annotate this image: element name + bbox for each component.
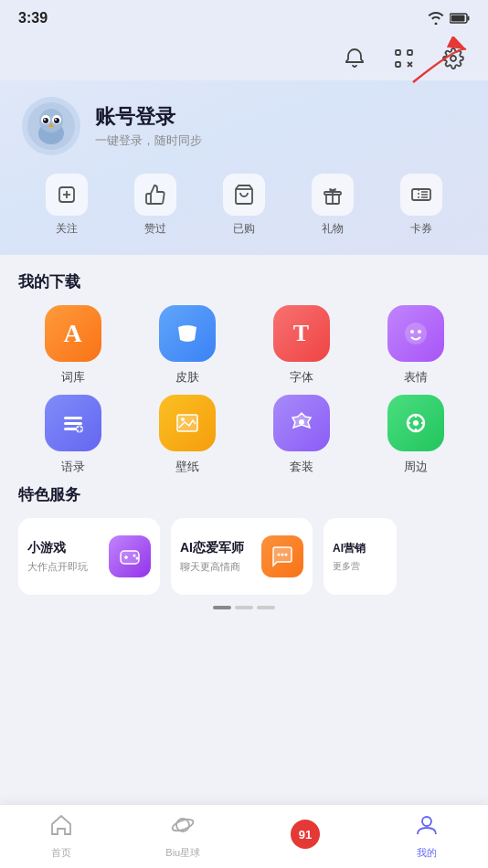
- taozhuang-icon: [273, 395, 330, 451]
- svg-rect-2: [451, 16, 465, 22]
- wifi-icon: [428, 12, 444, 25]
- liked-label: 赞过: [144, 221, 166, 237]
- action-liked[interactable]: 赞过: [134, 174, 176, 237]
- service-ailove-icon: [261, 535, 303, 577]
- bizhi-icon: [159, 395, 216, 451]
- zhoubian-icon: [387, 395, 444, 451]
- svg-point-16: [54, 118, 59, 123]
- svg-rect-3: [396, 50, 400, 55]
- profile-row: 账号登录 一键登录，随时同步: [22, 97, 466, 155]
- settings-icon[interactable]: [437, 42, 470, 75]
- nav-home[interactable]: 首页: [0, 813, 122, 860]
- svg-point-63: [422, 817, 431, 826]
- grid-item-ciku[interactable]: A 词库: [18, 305, 127, 386]
- status-time: 3:39: [18, 10, 48, 26]
- pifu-icon: [159, 305, 216, 362]
- svg-rect-34: [64, 417, 82, 419]
- svg-point-42: [181, 418, 185, 421]
- action-purchased[interactable]: 已购: [223, 174, 265, 237]
- action-items-row: 关注 赞过 已购: [22, 174, 466, 237]
- login-subtitle: 一键登录，随时同步: [95, 132, 202, 149]
- grid-item-zhoubian[interactable]: 周边: [361, 395, 470, 475]
- nav-planet-label: Biu星球: [165, 846, 200, 860]
- action-coupon[interactable]: 卡券: [400, 174, 442, 237]
- service-game-text: 小游戏 大作点开即玩: [27, 540, 88, 574]
- downloads-grid: A 词库 皮肤 T 字体: [18, 305, 470, 475]
- scan-icon[interactable]: [387, 42, 420, 75]
- avatar[interactable]: [22, 97, 80, 155]
- bell-icon[interactable]: [338, 42, 371, 75]
- status-icons: [428, 12, 470, 25]
- scroll-indicator: [18, 606, 470, 609]
- action-gift[interactable]: 礼物: [312, 174, 354, 237]
- profile-text: 账号登录 一键登录，随时同步: [95, 103, 202, 149]
- grid-item-taozhuang[interactable]: 套装: [247, 395, 355, 475]
- zhoubian-label: 周边: [404, 459, 428, 475]
- svg-rect-1: [468, 16, 470, 21]
- profile-section: 账号登录 一键登录，随时同步 关注 赞过: [0, 80, 488, 255]
- svg-text:91: 91: [299, 828, 312, 842]
- grid-item-biaoqing[interactable]: 表情: [361, 305, 470, 386]
- nav-profile-label: 我的: [417, 846, 437, 860]
- avatar-image: [22, 97, 80, 155]
- grid-item-ziti[interactable]: T 字体: [247, 305, 355, 386]
- svg-point-8: [451, 56, 456, 61]
- svg-rect-36: [64, 428, 77, 430]
- special-services-section: 特色服务 小游戏 大作点开即玩: [0, 484, 488, 624]
- svg-point-52: [133, 555, 136, 557]
- coupon-icon: [400, 174, 442, 216]
- svg-point-32: [410, 330, 414, 333]
- purchased-icon: [223, 174, 265, 216]
- nav-download[interactable]: 91: [244, 818, 366, 856]
- taozhuang-label: 套装: [290, 459, 313, 475]
- yulu-icon: [45, 395, 101, 451]
- planet-icon: [171, 813, 195, 842]
- svg-rect-4: [408, 50, 412, 55]
- grid-item-yulu[interactable]: 语录: [18, 395, 127, 475]
- action-follow[interactable]: 关注: [46, 174, 88, 237]
- service-card-game[interactable]: 小游戏 大作点开即玩: [18, 518, 160, 595]
- bottom-nav: 首页 Biu星球 91 我的: [0, 804, 488, 868]
- service-aimarket-desc: 更多营: [333, 560, 366, 573]
- main-content: 我的下载 A 词库 皮肤 T 字体: [0, 255, 488, 697]
- service-aimarket-text: AI营销 更多营: [333, 541, 366, 573]
- service-card-ai-marketing[interactable]: AI营销 更多营: [324, 518, 397, 595]
- coupon-label: 卡券: [410, 221, 432, 237]
- follow-icon: [46, 174, 88, 216]
- service-card-ai-love[interactable]: AI恋爱军师 聊天更高情商: [171, 518, 313, 595]
- service-game-desc: 大作点开即玩: [27, 560, 88, 574]
- scroll-dot-1: [213, 606, 231, 609]
- svg-point-60: [171, 817, 195, 833]
- service-ailove-desc: 聊天更高情商: [180, 560, 244, 574]
- service-ailove-text: AI恋爱军师 聊天更高情商: [180, 540, 244, 574]
- bizhi-label: 壁纸: [175, 459, 199, 475]
- svg-point-53: [136, 557, 139, 560]
- svg-point-15: [43, 118, 48, 123]
- nav-home-label: 首页: [51, 846, 71, 860]
- downloads-title: 我的下载: [18, 271, 470, 292]
- service-ailove-name: AI恋爱军师: [180, 540, 244, 556]
- nav-planet[interactable]: Biu星球: [122, 813, 245, 860]
- service-game-name: 小游戏: [27, 540, 88, 556]
- service-game-icon: [109, 535, 151, 577]
- profile-nav-icon: [415, 813, 439, 842]
- ziti-icon: T: [273, 305, 330, 362]
- status-bar: 3:39: [0, 0, 488, 33]
- login-title[interactable]: 账号登录: [95, 103, 202, 131]
- svg-point-57: [281, 554, 284, 556]
- nav-profile[interactable]: 我的: [366, 813, 489, 860]
- home-icon: [49, 813, 73, 842]
- svg-point-18: [55, 119, 57, 121]
- svg-point-56: [278, 554, 281, 556]
- svg-point-17: [44, 119, 46, 121]
- service-aimarket-name: AI营销: [333, 541, 366, 556]
- svg-point-45: [413, 420, 419, 426]
- services-row: 小游戏 大作点开即玩 AI恋爱军师: [18, 518, 470, 598]
- purchased-label: 已购: [233, 221, 255, 237]
- special-services-title: 特色服务: [18, 484, 470, 505]
- grid-item-bizhi[interactable]: 壁纸: [133, 395, 241, 475]
- svg-point-31: [405, 323, 427, 344]
- grid-item-pifu[interactable]: 皮肤: [133, 305, 241, 386]
- battery-icon: [450, 13, 470, 24]
- top-bar: [0, 33, 488, 80]
